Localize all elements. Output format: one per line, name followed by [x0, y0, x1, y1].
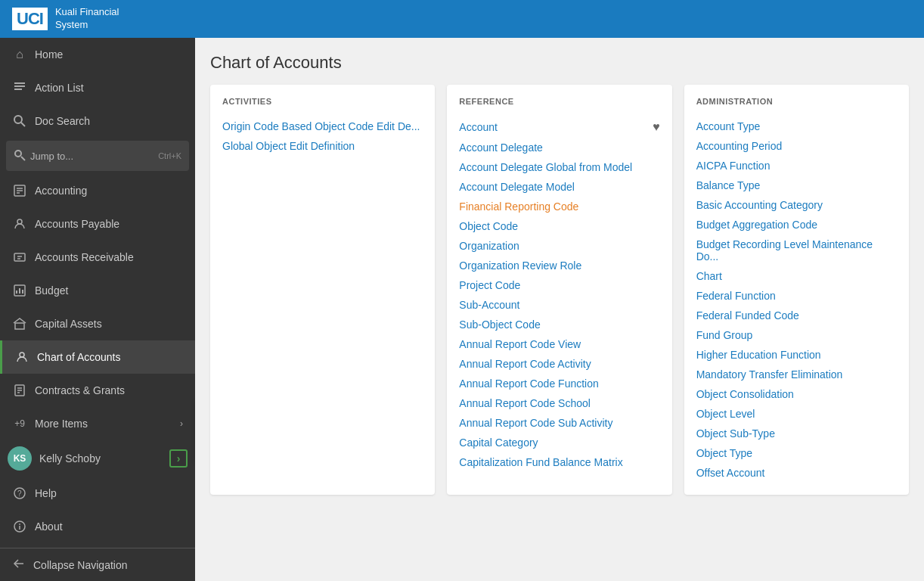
reference-link-account-delegate-global[interactable]: Account Delegate Global from Model	[459, 157, 659, 177]
sidebar-item-accounts-receivable[interactable]: Accounts Receivable	[0, 241, 195, 274]
reference-link-org-review-role[interactable]: Organization Review Role	[459, 256, 659, 275]
admin-link-accounting-period[interactable]: Accounting Period	[696, 136, 897, 156]
sidebar-item-action-list[interactable]: Action List	[0, 71, 195, 104]
reference-card: REFERENCE Account ♥ Account Delegate Acc…	[447, 85, 671, 495]
reference-link-account-delegate[interactable]: Account Delegate	[459, 138, 659, 157]
svg-rect-12	[14, 253, 25, 261]
svg-point-3	[14, 116, 22, 123]
sidebar-item-capital-assets[interactable]: Capital Assets	[0, 307, 195, 340]
jump-to-input[interactable]: Jump to... Ctrl+K	[6, 141, 189, 171]
svg-rect-19	[15, 323, 24, 329]
sidebar-item-accounting[interactable]: Accounting	[0, 174, 195, 207]
activities-link-1[interactable]: Origin Code Based Object Code Edit De...	[222, 117, 423, 136]
sidebar-item-doc-search[interactable]: Doc Search	[0, 104, 195, 138]
admin-link-budget-aggregation-code[interactable]: Budget Aggregation Code	[696, 215, 897, 235]
cards-grid: ACTIVITIES Origin Code Based Object Code…	[210, 85, 909, 495]
admin-link-object-consolidation[interactable]: Object Consolidation	[696, 384, 897, 404]
reference-link-annual-report-code-function[interactable]: Annual Report Code Function	[459, 374, 659, 393]
sidebar-item-budget[interactable]: Budget	[0, 274, 195, 307]
admin-link-basic-accounting-category[interactable]: Basic Accounting Category	[696, 195, 897, 215]
admin-link-aicpa-function[interactable]: AICPA Function	[696, 156, 897, 176]
sidebar-label: Budget	[35, 284, 183, 297]
reference-link-annual-report-code-activity[interactable]: Annual Report Code Activity	[459, 354, 659, 374]
svg-point-11	[17, 219, 22, 224]
administration-card-title: ADMINISTRATION	[696, 97, 897, 106]
sidebar-label: Chart of Accounts	[37, 351, 183, 363]
contracts-grants-icon	[12, 383, 27, 398]
reference-link-sub-object-code[interactable]: Sub-Object Code	[459, 315, 659, 334]
svg-point-29	[20, 524, 20, 525]
main-content: Chart of Accounts ACTIVITIES Origin Code…	[195, 38, 924, 581]
reference-link-annual-report-code-view[interactable]: Annual Report Code View	[459, 334, 659, 354]
jump-to-label: Jump to...	[30, 151, 73, 162]
sidebar-label: Accounting	[35, 185, 183, 197]
collapse-icon	[12, 557, 26, 573]
capital-assets-icon	[12, 316, 27, 331]
accounts-payable-icon	[12, 216, 27, 231]
admin-link-budget-recording-level[interactable]: Budget Recording Level Maintenance Do...	[696, 235, 897, 266]
reference-link-annual-report-code-sub-activity[interactable]: Annual Report Code Sub Activity	[459, 413, 659, 433]
more-items-arrow-icon: ›	[180, 418, 183, 429]
sidebar-label: Accounts Receivable	[35, 251, 183, 263]
sidebar-item-more-items[interactable]: +9 More Items ›	[0, 407, 195, 440]
reference-link-account-delegate-model[interactable]: Account Delegate Model	[459, 177, 659, 197]
sidebar-label: About	[35, 520, 183, 533]
svg-point-5	[15, 151, 21, 157]
uci-logo-text: UCI	[12, 8, 48, 30]
reference-card-title: REFERENCE	[459, 97, 659, 106]
svg-line-4	[21, 123, 25, 126]
reference-link-sub-account[interactable]: Sub-Account	[459, 295, 659, 315]
reference-link-account[interactable]: Account ♥	[459, 117, 659, 138]
page-title: Chart of Accounts	[210, 53, 909, 73]
reference-link-organization[interactable]: Organization	[459, 236, 659, 256]
collapse-label: Collapse Navigation	[33, 559, 128, 571]
reference-link-object-code[interactable]: Object Code	[459, 216, 659, 236]
sidebar-item-help[interactable]: ? Help	[0, 477, 195, 510]
reference-link-project-code[interactable]: Project Code	[459, 275, 659, 295]
chart-of-accounts-icon	[14, 350, 29, 365]
sidebar-item-about[interactable]: About	[0, 510, 195, 543]
sidebar-label: Accounts Payable	[35, 218, 183, 230]
accounting-icon	[12, 183, 27, 198]
sidebar-item-label: Home	[35, 48, 183, 61]
doc-search-icon	[12, 113, 27, 129]
app-header: UCI Kuali Financial System	[0, 0, 924, 38]
about-icon	[12, 519, 27, 534]
sidebar-label: Capital Assets	[35, 318, 183, 330]
accounts-receivable-icon	[12, 250, 27, 265]
favorite-icon: ♥	[653, 120, 660, 134]
sidebar-label: Contracts & Grants	[35, 384, 183, 396]
admin-link-federal-funded-code[interactable]: Federal Funded Code	[696, 306, 897, 325]
collapse-navigation-button[interactable]: Collapse Navigation	[0, 548, 195, 581]
sidebar-item-contracts-grants[interactable]: Contracts & Grants	[0, 374, 195, 407]
admin-link-mandatory-transfer[interactable]: Mandatory Transfer Elimination	[696, 365, 897, 384]
user-section[interactable]: KS Kelly Schoby ›	[0, 440, 195, 477]
reference-link-capital-category[interactable]: Capital Category	[459, 433, 659, 452]
reference-link-capitalization-fund[interactable]: Capitalization Fund Balance Matrix	[459, 452, 659, 472]
reference-link-annual-report-code-school[interactable]: Annual Report Code School	[459, 393, 659, 413]
admin-link-offset-account[interactable]: Offset Account	[696, 463, 897, 483]
admin-link-federal-function[interactable]: Federal Function	[696, 286, 897, 306]
admin-link-object-level[interactable]: Object Level	[696, 404, 897, 424]
activities-link-2[interactable]: Global Object Edit Definition	[222, 136, 423, 156]
avatar: KS	[8, 446, 32, 471]
sidebar-item-home[interactable]: ⌂ Home	[0, 38, 195, 71]
admin-link-chart[interactable]: Chart	[696, 266, 897, 286]
user-name: Kelly Schoby	[39, 452, 169, 464]
admin-link-balance-type[interactable]: Balance Type	[696, 176, 897, 195]
admin-link-higher-education-function[interactable]: Higher Education Function	[696, 345, 897, 365]
user-expand-button[interactable]: ›	[169, 449, 188, 468]
sidebar: ⌂ Home Action List Doc Search Jump to...…	[0, 38, 195, 581]
sidebar-item-accounts-payable[interactable]: Accounts Payable	[0, 207, 195, 241]
admin-link-object-type[interactable]: Object Type	[696, 443, 897, 463]
admin-link-object-sub-type[interactable]: Object Sub-Type	[696, 424, 897, 443]
sidebar-item-chart-of-accounts[interactable]: Chart of Accounts	[0, 340, 195, 374]
sidebar-label: Action List	[35, 82, 183, 94]
reference-link-financial-reporting[interactable]: Financial Reporting Code	[459, 197, 659, 216]
activities-card: ACTIVITIES Origin Code Based Object Code…	[210, 85, 435, 495]
admin-link-fund-group[interactable]: Fund Group	[696, 325, 897, 345]
admin-link-account-type[interactable]: Account Type	[696, 117, 897, 136]
logo: UCI Kuali Financial System	[12, 6, 119, 32]
budget-icon	[12, 283, 27, 298]
action-list-icon	[12, 80, 27, 95]
